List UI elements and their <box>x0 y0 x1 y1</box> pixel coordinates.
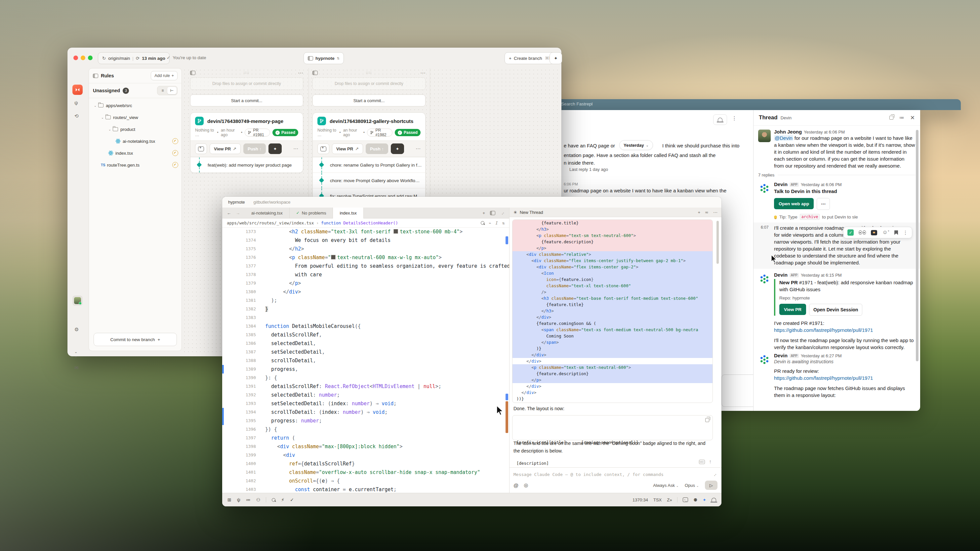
open-web-app-button[interactable]: Open web app <box>774 198 814 209</box>
eyes-reaction-icon[interactable] <box>859 230 866 235</box>
technologist-reaction-icon[interactable] <box>871 230 877 235</box>
code-line[interactable]: 1403 const container = e.currentTarget; <box>222 485 509 493</box>
message-author[interactable]: John Jeong <box>774 129 802 135</box>
code-line[interactable]: 1378 with care <box>222 270 509 279</box>
comment-button[interactable] <box>317 143 329 154</box>
new-tab-icon[interactable]: + <box>482 211 485 216</box>
workspace-avatar[interactable] <box>72 295 83 306</box>
minimize-window-button[interactable] <box>81 56 85 60</box>
push-button[interactable]: Push ↑ <box>366 143 388 154</box>
pr-pill[interactable]: PR #1981 <box>245 129 270 137</box>
terminal-icon[interactable]: ›_ <box>683 497 688 502</box>
commit-row[interactable]: feat(web): add memory layer product page <box>191 157 303 173</box>
code-line[interactable]: 1399 <div <box>222 451 509 459</box>
tree-item-product[interactable]: ⌄product <box>89 123 181 135</box>
open-devin-session-button[interactable]: Open Devin Session <box>809 304 862 316</box>
code-line[interactable]: 1381 ); <box>222 296 509 305</box>
commit-to-new-branch-button[interactable]: Commit to new branch+ <box>94 333 177 346</box>
markdown-icon[interactable]: MD <box>699 460 705 464</box>
branch-name[interactable]: devin/1764380749-memory-page <box>207 118 283 124</box>
mention-context-icon[interactable]: @ <box>514 483 519 488</box>
model-select[interactable]: Opus ⌄ <box>685 483 699 488</box>
code-line[interactable]: 1386 selectedDetail, <box>222 339 509 348</box>
create-branch-button[interactable]: +Create branch⌘B <box>504 52 556 64</box>
new-thread-icon[interactable]: + <box>698 210 701 215</box>
lane-menu-icon[interactable]: ⋯ <box>420 70 426 76</box>
open-in-window-icon[interactable] <box>889 116 893 120</box>
permission-mode-select[interactable]: Always Ask ⌄ <box>653 483 679 488</box>
code-line[interactable]: 1388 scrollToDetail, <box>222 356 509 365</box>
tree-item-index-tsx[interactable]: index.tsx <box>89 147 181 159</box>
ci-status-badge[interactable]: ✓Passed <box>272 129 298 136</box>
code-line[interactable]: 1401 className="overflow-x-auto scrollba… <box>222 468 509 476</box>
commit-row[interactable]: chore: rename Gallery to Prompt Gallery … <box>313 157 425 173</box>
code-line[interactable]: 1397 return ( <box>222 433 509 442</box>
pr-pill[interactable]: PR #1982 <box>367 129 393 137</box>
code-line[interactable]: 1402 onScroll={(e) ⇒ { <box>222 476 509 485</box>
message-author[interactable]: Devin <box>774 272 788 278</box>
ai-sparkle-icon[interactable]: ✦ <box>703 497 706 502</box>
view-pr-button[interactable]: View PR ↗ <box>332 143 363 154</box>
split-pane-icon[interactable] <box>490 211 495 215</box>
cursor-icon[interactable]: I <box>496 221 498 225</box>
thread-scrollbar[interactable] <box>916 130 918 361</box>
pr-link[interactable]: https://github.com/fastrepl/hyprnote/pul… <box>774 375 873 381</box>
drag-handle-icon[interactable]: ∷∷ <box>196 71 298 75</box>
view-pr-button[interactable]: View PR <box>779 304 806 315</box>
copy-icon[interactable] <box>705 418 709 422</box>
diff-preview[interactable]: {feature.title} </h3> <p className="text… <box>512 219 713 403</box>
drag-handle-icon[interactable]: ∷∷ <box>318 71 420 75</box>
code-line[interactable]: 1393 setSelectedDetail: (index: number) … <box>222 399 509 408</box>
language-mode[interactable]: TSX <box>653 497 662 502</box>
tree-item-ai-notetaking-tsx[interactable]: ai-notetaking.tsx <box>89 135 181 147</box>
add-rule-button[interactable]: Add rule+ <box>151 71 178 80</box>
notifications-icon[interactable] <box>711 498 716 502</box>
zed-indicator[interactable]: Z» <box>667 497 672 502</box>
nav-back-icon[interactable]: ← <box>227 211 231 216</box>
ai-button[interactable]: ✦ <box>391 143 404 154</box>
more-options-icon[interactable]: ⋯ <box>713 210 718 215</box>
commit-row[interactable]: chore: move Prompt Gallery above Workflo… <box>313 173 425 188</box>
code-line[interactable]: 1376 <p className="text-neutral-600 max-… <box>222 253 509 262</box>
code-line[interactable]: 1396}) { <box>222 425 509 433</box>
comment-button[interactable] <box>195 143 207 154</box>
assistant-input[interactable]: Message Claude Code — @ to include conte… <box>514 472 663 477</box>
message-timestamp[interactable]: 6:07 <box>761 225 768 230</box>
avatar[interactable] <box>758 130 771 142</box>
date-divider-pill[interactable]: Yesterday⌄ <box>619 140 653 150</box>
bookmark-icon[interactable] <box>894 230 898 235</box>
remote-status-pill[interactable]: ↻ origin/main | ⟳ 13 min ago <box>98 52 170 64</box>
code-line[interactable]: 1395 progress: number; <box>222 416 509 425</box>
quick-actions-icon[interactable]: ⚡ <box>281 497 284 502</box>
code-line[interactable]: 1374 We focus on every bit of details <box>222 236 509 245</box>
collapse-lane-icon[interactable] <box>190 71 196 75</box>
dropzone[interactable]: Drop files to assign or commit directly <box>190 77 303 90</box>
tab-index-tsx[interactable]: index.tsx <box>333 208 363 219</box>
diagnostics-check-icon[interactable]: ✓ <box>290 497 294 502</box>
breadcrumb[interactable]: apps/web/src/routes/_view/index.tsx › fu… <box>222 219 509 228</box>
branch-menu-icon[interactable]: ⋯ <box>293 146 298 152</box>
send-button[interactable]: ▷ <box>705 481 718 490</box>
message-author[interactable]: Devin <box>774 353 788 358</box>
tree-item-routetree-gen-ts[interactable]: TSrouteTree.gen.ts <box>89 159 181 171</box>
check-reaction-icon[interactable]: ✓ <box>847 229 854 236</box>
code-line[interactable]: 1382} <box>222 305 509 313</box>
code-line[interactable]: 1387 setSelectedDetail, <box>222 348 509 356</box>
project-panel-icon[interactable]: ⊞ <box>228 497 231 502</box>
expand-input-icon[interactable]: ↔ <box>711 472 718 478</box>
avatar[interactable] <box>758 273 771 285</box>
view-pr-button[interactable]: View PR ↗ <box>210 143 241 154</box>
notifications-bell-button[interactable] <box>713 114 727 125</box>
search-panel-icon[interactable] <box>272 498 275 502</box>
nav-forward-icon[interactable]: → <box>236 211 240 216</box>
close-window-button[interactable] <box>73 56 78 60</box>
tree-item-apps-web-src[interactable]: ⌄apps/web/src <box>89 100 181 111</box>
tree-item-routes-view[interactable]: ⌄routes/_view <box>89 111 181 123</box>
code-line[interactable]: 1394 scrollToDetail: (index: number) ⇒ v… <box>222 408 509 416</box>
tab-diagnostics[interactable]: ✓No problems <box>290 208 333 218</box>
message-author[interactable]: Devin <box>774 181 788 187</box>
sort-icon[interactable]: ⇅ <box>502 221 504 225</box>
ai-actions-button[interactable]: ✦ <box>549 52 562 64</box>
code-line[interactable]: 1392 selectedDetail: number; <box>222 391 509 399</box>
assistant-scrollbar[interactable] <box>716 221 719 264</box>
